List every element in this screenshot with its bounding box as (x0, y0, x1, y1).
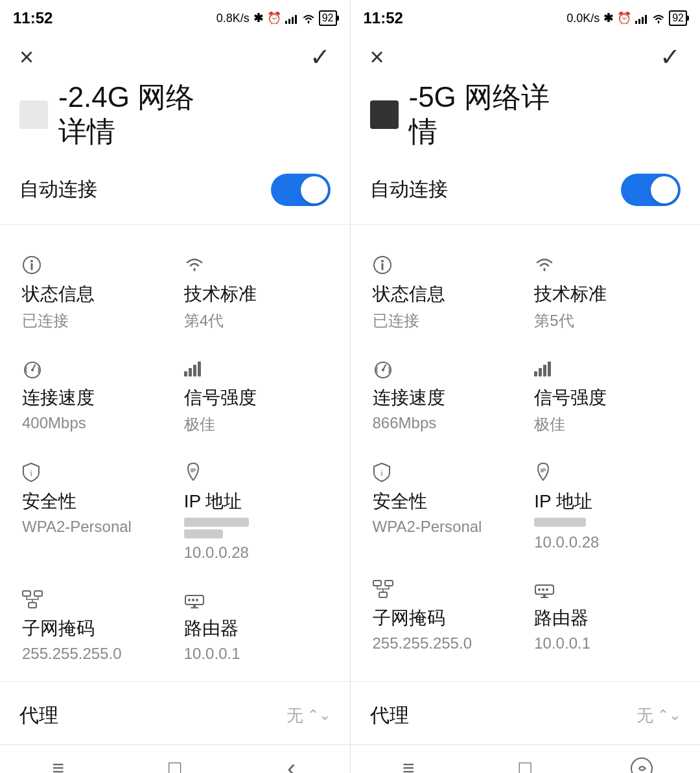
right-nav-bar: × ✓ (351, 34, 701, 80)
left-network-speed: 0.8K/s (216, 12, 250, 25)
left-home-button[interactable]: □ (156, 756, 194, 773)
left-speed-icon (22, 357, 166, 380)
left-confirm-button[interactable]: ✓ (310, 43, 331, 71)
svg-rect-24 (635, 21, 637, 24)
left-time: 11:52 (13, 9, 52, 27)
left-tech-title: 技术标准 (184, 282, 328, 306)
svg-rect-12 (198, 362, 201, 376)
left-back-button[interactable]: ‹ (272, 756, 311, 773)
svg-text:i: i (30, 469, 32, 478)
right-auto-connect-label: 自动连接 (370, 176, 448, 203)
left-router-value: 10.0.0.1 (184, 645, 328, 663)
right-bottom-nav: ≡ □ (351, 745, 701, 773)
right-security-value: WPA2-Personal (373, 518, 517, 536)
right-auto-connect-toggle[interactable] (621, 174, 681, 206)
left-spacer (0, 230, 350, 240)
svg-rect-34 (539, 368, 542, 376)
right-info-grid: 状态信息 已连接 技术标准 第5代 (351, 240, 701, 665)
svg-rect-3 (295, 15, 297, 24)
left-signal-strength-icon (184, 357, 328, 380)
left-proxy-row[interactable]: 代理 无 ⌃⌄ (0, 687, 350, 744)
svg-rect-36 (548, 362, 551, 376)
left-status-bar: 11:52 0.8K/s ✱ ⏰ (0, 0, 350, 34)
left-ip-blur-1 (184, 518, 249, 527)
left-nav-bar: × ✓ (0, 34, 350, 80)
right-cell-speed: 连接速度 866Mbps (364, 344, 526, 448)
right-speed-icon (373, 357, 517, 380)
svg-point-44 (542, 588, 544, 591)
svg-rect-11 (193, 365, 196, 376)
svg-rect-41 (379, 592, 387, 597)
right-bluetooth-icon: ✱ (603, 11, 613, 25)
left-close-button[interactable]: × (19, 43, 34, 71)
right-spacer (351, 230, 701, 240)
left-menu-button[interactable]: ≡ (39, 756, 78, 773)
left-signal-title: 信号强度 (184, 386, 328, 410)
left-wifi-tech-icon (184, 253, 328, 277)
svg-rect-1 (288, 19, 290, 24)
right-time: 11:52 (364, 9, 403, 27)
svg-rect-0 (285, 21, 287, 24)
right-security-title: 安全性 (373, 489, 517, 514)
left-proxy-chevron: ⌃⌄ (307, 707, 331, 724)
bottom-navigation: ≡ □ ‹ ≡ □ (0, 744, 700, 773)
right-subnet-value: 255.255.255.0 (373, 634, 517, 652)
left-alarm-icon: ⏰ (267, 11, 281, 25)
left-bluetooth-icon: ✱ (253, 11, 263, 25)
left-title-icon (19, 100, 48, 129)
right-shield-icon: i (373, 461, 517, 484)
right-back-button[interactable] (622, 756, 661, 773)
left-subnet-icon (22, 588, 166, 611)
svg-point-6 (30, 260, 33, 262)
right-proxy-chevron: ⌃⌄ (657, 707, 681, 724)
left-auto-connect-toggle[interactable] (271, 174, 331, 206)
right-auto-connect-row: 自动连接 (351, 161, 701, 219)
left-shield-icon: i (22, 461, 166, 484)
left-cell-signal: 信号强度 极佳 (175, 344, 337, 448)
left-ip-text: 10.0.0.28 (184, 544, 328, 562)
svg-rect-10 (189, 368, 192, 376)
right-network-speed: 0.0K/s (566, 12, 600, 25)
left-bottom-nav: ≡ □ ‹ (0, 745, 351, 773)
right-divider-2 (351, 681, 701, 682)
right-proxy-value: 无 ⌃⌄ (636, 704, 681, 727)
left-status-icons: 0.8K/s ✱ ⏰ (216, 10, 337, 26)
right-proxy-text: 无 (636, 704, 653, 727)
right-title-text: -5G 网络详情 (409, 80, 550, 149)
left-cell-router: 路由器 10.0.0.1 (175, 575, 337, 676)
left-cell-security: i 安全性 WPA2-Personal (13, 448, 175, 575)
left-tech-value: 第4代 (184, 310, 328, 331)
left-title-text: -2.4G 网络详情 (58, 80, 194, 149)
left-status-title: 状态信息 (22, 282, 166, 306)
right-tech-value: 第5代 (534, 310, 678, 331)
right-signal-strength-icon (534, 357, 678, 380)
right-speed-title: 连接速度 (373, 386, 517, 410)
right-proxy-row[interactable]: 代理 无 ⌃⌄ (351, 687, 701, 744)
svg-rect-33 (534, 371, 537, 376)
left-proxy-label: 代理 (19, 702, 58, 729)
right-panel: 11:52 0.0K/s ✱ ⏰ (351, 0, 701, 744)
left-proxy-value: 无 ⌃⌄ (286, 704, 331, 727)
svg-text:IP: IP (190, 467, 196, 474)
right-signal-title: 信号强度 (534, 386, 678, 410)
left-cell-tech: 技术标准 第4代 (175, 240, 337, 344)
right-proxy-label: 代理 (370, 702, 409, 729)
right-subnet-title: 子网掩码 (373, 606, 517, 630)
svg-rect-25 (638, 19, 640, 24)
right-tech-title: 技术标准 (534, 282, 678, 306)
left-cell-status: 状态信息 已连接 (13, 240, 175, 344)
right-menu-button[interactable]: ≡ (389, 756, 428, 773)
right-speed-value: 866Mbps (373, 414, 517, 432)
right-close-button[interactable]: × (370, 43, 384, 71)
right-cell-subnet: 子网掩码 255.255.255.0 (364, 564, 526, 665)
right-home-button[interactable]: □ (506, 756, 544, 773)
svg-point-8 (31, 369, 34, 371)
right-divider-1 (351, 224, 701, 225)
right-confirm-button[interactable]: ✓ (660, 43, 681, 71)
svg-point-21 (196, 599, 198, 601)
left-subnet-title: 子网掩码 (22, 616, 166, 641)
right-ip-text: 10.0.0.28 (534, 533, 678, 551)
right-status-title: 状态信息 (373, 282, 517, 306)
right-page-title: -5G 网络详情 (351, 80, 701, 156)
svg-rect-40 (385, 581, 393, 586)
